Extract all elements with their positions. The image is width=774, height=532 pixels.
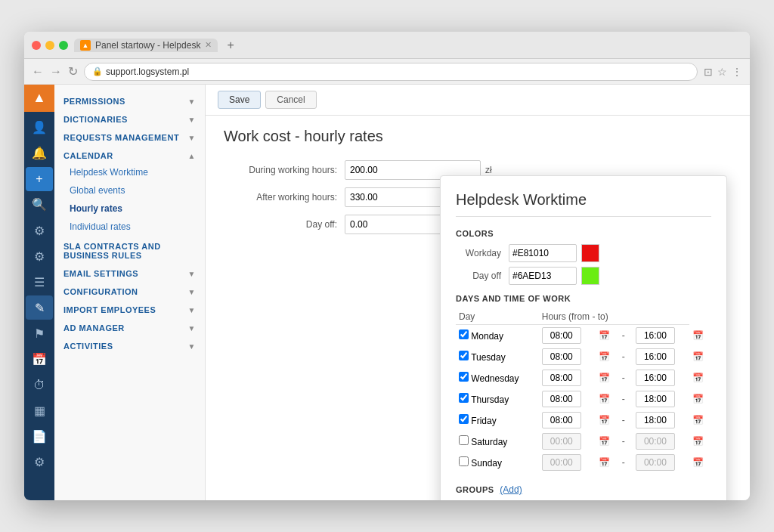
time-to-saturday[interactable] xyxy=(636,433,675,450)
add-group-link[interactable]: (Add) xyxy=(500,484,522,495)
nav-item-helpdesk-worktime[interactable]: Helpdesk Worktime xyxy=(54,163,205,181)
nav-section-sla-label: SLA CONTRACTS AND BUSINESS RULES xyxy=(63,242,196,260)
menu-icon[interactable]: ⋮ xyxy=(732,66,742,78)
time-from-monday[interactable] xyxy=(542,327,581,344)
sidebar-icon-settings[interactable]: ⚙ xyxy=(26,450,53,475)
sidebar-icon-list[interactable]: ☰ xyxy=(26,270,53,294)
close-button[interactable] xyxy=(32,41,41,50)
cal-icon-tuesday-to[interactable]: 📅 xyxy=(692,351,704,362)
nav-item-individual-rates[interactable]: Individual rates xyxy=(54,218,205,236)
day-sunday: Sunday xyxy=(471,458,502,469)
browser-tab[interactable]: ▲ Panel startowy - Helpdesk ✕ xyxy=(74,39,218,52)
cal-icon-friday-to[interactable]: 📅 xyxy=(692,415,704,425)
nav-section-calendar[interactable]: CALENDAR ▲ xyxy=(54,145,205,163)
sidebar-icon-avatar[interactable]: 👤 xyxy=(26,116,53,140)
color-input-dayoff[interactable] xyxy=(509,267,577,285)
time-to-friday[interactable] xyxy=(636,412,675,428)
checkbox-thursday[interactable] xyxy=(459,393,469,403)
app-logo: ▲ xyxy=(24,85,54,112)
days-section-label: DAYS AND TIME OF WORK xyxy=(456,294,711,303)
time-to-thursday[interactable] xyxy=(636,391,675,407)
sidebar-icon-gear1[interactable]: ⚙ xyxy=(26,218,53,243)
nav-section-ad[interactable]: AD MANAGER ▼ xyxy=(54,317,205,336)
sidebar-icon-calendar[interactable]: 📅 xyxy=(26,348,53,372)
time-from-thursday[interactable] xyxy=(542,391,581,407)
sidebar-icon-chart[interactable]: ▦ xyxy=(26,399,53,423)
label-after-working-hours: After working hours: xyxy=(224,192,345,203)
cal-icon-wednesday-from[interactable]: 📅 xyxy=(599,373,610,383)
nav-section-requests[interactable]: REQUESTS MANAGEMENT ▼ xyxy=(54,127,205,145)
nav-section-permissions[interactable]: PERMISSIONS ▼ xyxy=(54,91,205,109)
cal-icon-tuesday-from[interactable]: 📅 xyxy=(599,351,610,362)
checkbox-wednesday[interactable] xyxy=(459,372,469,382)
new-tab-button[interactable]: + xyxy=(227,39,234,52)
table-row: Saturday 📅 - 📅 xyxy=(456,431,711,452)
time-from-saturday[interactable] xyxy=(542,433,581,450)
sidebar-icon-search[interactable]: 🔍 xyxy=(26,193,53,217)
minimize-button[interactable] xyxy=(45,41,54,50)
nav-item-global-events[interactable]: Global events xyxy=(54,181,205,200)
save-button[interactable]: Save xyxy=(218,91,261,109)
nav-section-email[interactable]: EMAIL SETTINGS ▼ xyxy=(54,263,205,281)
checkbox-sunday[interactable] xyxy=(459,456,469,466)
groups-section-label: GROUPS xyxy=(456,485,494,494)
table-row: Sunday 📅 - 📅 xyxy=(456,452,711,473)
sidebar-icon-gear2[interactable]: ⚙ xyxy=(26,244,53,268)
time-to-wednesday[interactable] xyxy=(636,370,675,386)
nav-section-configuration[interactable]: CONFIGURATION ▼ xyxy=(54,281,205,299)
cal-icon-monday-from[interactable]: 📅 xyxy=(599,330,610,341)
nav-section-requests-label: REQUESTS MANAGEMENT xyxy=(63,133,179,142)
tab-favicon: ▲ xyxy=(80,40,91,51)
nav-section-dictionaries[interactable]: DICTIONARIES ▼ xyxy=(54,109,205,127)
time-to-sunday[interactable] xyxy=(636,454,675,471)
sidebar-icon-plus[interactable]: + xyxy=(26,167,53,191)
sidebar-icon-flag[interactable]: ⚑ xyxy=(26,321,53,345)
nav-section-dictionaries-label: DICTIONARIES xyxy=(63,115,128,124)
cal-icon-friday-from[interactable]: 📅 xyxy=(599,415,610,425)
cal-icon-wednesday-to[interactable]: 📅 xyxy=(692,373,704,383)
popup-helpdesk-worktime: Helpdesk Worktime COLORS Workday Day off… xyxy=(440,175,727,500)
action-bar: Save Cancel xyxy=(206,85,750,116)
checkbox-friday[interactable] xyxy=(459,414,469,424)
address-bar[interactable]: 🔒 support.logsystem.pl xyxy=(84,63,698,81)
tab-close-icon[interactable]: ✕ xyxy=(205,40,212,50)
import-arrow-icon: ▼ xyxy=(188,306,196,314)
color-swatch-dayoff[interactable] xyxy=(581,267,599,285)
calendar-arrow-icon: ▲ xyxy=(188,152,196,160)
reload-button[interactable]: ↻ xyxy=(68,64,78,79)
cal-icon-thursday-to[interactable]: 📅 xyxy=(692,394,704,404)
email-arrow-icon: ▼ xyxy=(188,270,196,278)
checkbox-saturday[interactable] xyxy=(459,435,469,445)
sidebar-icon-doc[interactable]: 📄 xyxy=(26,425,53,449)
color-input-workday[interactable] xyxy=(509,244,577,262)
sidebar-icon-clock[interactable]: ⏱ xyxy=(26,373,53,397)
cal-icon-thursday-from[interactable]: 📅 xyxy=(599,394,610,404)
time-from-wednesday[interactable] xyxy=(542,370,581,386)
star-icon[interactable]: ☆ xyxy=(717,66,727,78)
time-from-friday[interactable] xyxy=(542,412,581,428)
sidebar-icon-edit[interactable]: ✎ xyxy=(26,295,53,320)
nav-section-import[interactable]: IMPORT EMPLOYEES ▼ xyxy=(54,299,205,317)
back-button[interactable]: ← xyxy=(32,65,44,79)
cal-icon-sunday-from: 📅 xyxy=(599,457,610,468)
sidebar-icon-bell[interactable]: 🔔 xyxy=(26,141,53,165)
cal-icon-monday-to[interactable]: 📅 xyxy=(692,330,704,341)
color-swatch-workday[interactable] xyxy=(581,244,599,262)
col-day: Day xyxy=(456,309,539,325)
checkbox-monday[interactable] xyxy=(459,329,469,339)
nav-section-activities[interactable]: ACTIVITIES ▼ xyxy=(54,336,205,354)
forward-button[interactable]: → xyxy=(50,65,62,79)
time-from-tuesday[interactable] xyxy=(542,348,581,365)
time-to-tuesday[interactable] xyxy=(636,348,675,365)
delete-administrators-link[interactable]: (Delete) xyxy=(537,500,570,500)
nav-item-hourly-rates[interactable]: Hourly rates xyxy=(54,200,205,218)
cast-icon[interactable]: ⊡ xyxy=(704,66,713,78)
cancel-button[interactable]: Cancel xyxy=(265,91,316,109)
time-from-sunday[interactable] xyxy=(542,454,581,471)
nav-section-sla[interactable]: SLA CONTRACTS AND BUSINESS RULES xyxy=(54,236,205,263)
time-to-monday[interactable] xyxy=(636,327,675,344)
day-monday: Monday xyxy=(471,331,503,342)
maximize-button[interactable] xyxy=(59,41,68,50)
page-title: Work cost - hourly rates xyxy=(224,128,732,145)
checkbox-tuesday[interactable] xyxy=(459,351,469,360)
